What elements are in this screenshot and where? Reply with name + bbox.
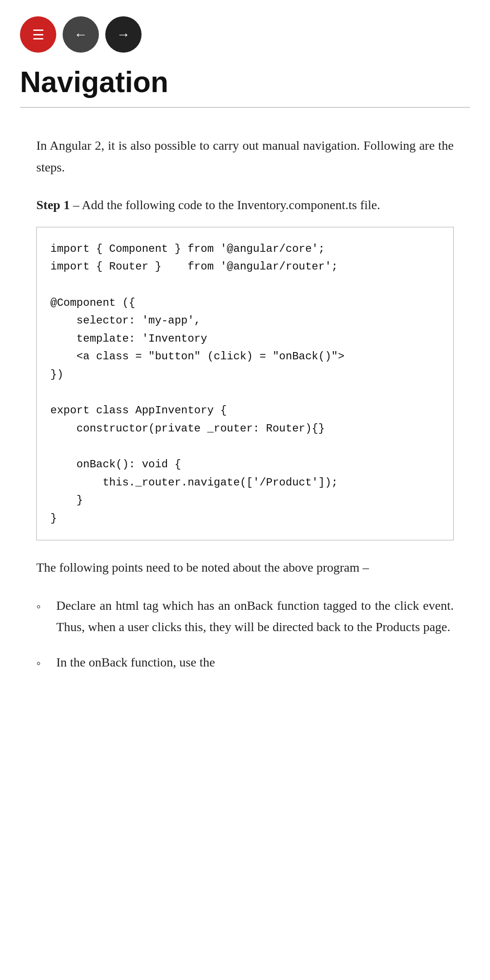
header-divider <box>20 107 470 108</box>
menu-button[interactable]: ☰ <box>20 16 56 53</box>
step1-label: Step 1 <box>36 198 70 212</box>
menu-icon: ☰ <box>32 27 44 43</box>
main-content: In Angular 2, it is also possible to car… <box>0 135 490 674</box>
forward-button[interactable]: → <box>105 16 142 53</box>
page-title: Navigation <box>20 65 470 99</box>
step1-paragraph: Step 1 – Add the following code to the I… <box>36 194 454 216</box>
bullet-text-1: Declare an html tag which has an onBack … <box>56 595 454 638</box>
bullet-list: ◦ Declare an html tag which has an onBac… <box>36 595 454 674</box>
back-icon: ← <box>74 27 88 42</box>
forward-icon: → <box>117 27 130 42</box>
page-header: Navigation <box>0 65 490 135</box>
intro-paragraph: In Angular 2, it is also possible to car… <box>36 135 454 178</box>
list-item: ◦ In the onBack function, use the <box>36 652 454 674</box>
step1-description: – Add the following code to the Inventor… <box>70 198 380 212</box>
bullet-symbol-2: ◦ <box>36 652 56 674</box>
after-code-paragraph: The following points need to be noted ab… <box>36 557 454 578</box>
list-item: ◦ Declare an html tag which has an onBac… <box>36 595 454 638</box>
back-button[interactable]: ← <box>63 16 99 53</box>
top-nav-bar: ☰ ← → <box>0 0 490 65</box>
bullet-text-2: In the onBack function, use the <box>56 652 454 673</box>
code-block: import { Component } from '@angular/core… <box>36 227 454 541</box>
bullet-symbol-1: ◦ <box>36 595 56 617</box>
code-content: import { Component } from '@angular/core… <box>50 240 440 528</box>
